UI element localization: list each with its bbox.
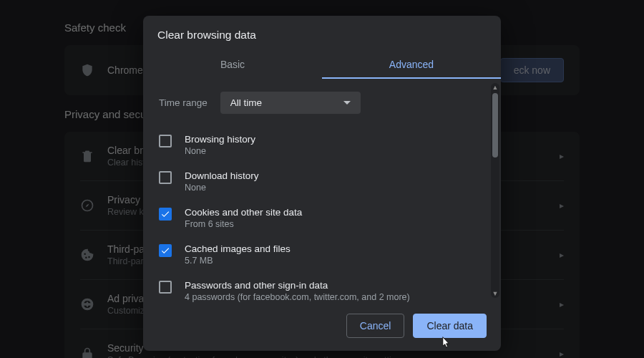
option-title: Cookies and other site data — [185, 207, 302, 218]
checkbox[interactable] — [159, 171, 172, 184]
scroll-up-arrow-icon[interactable]: ▲ — [491, 83, 499, 92]
option-subtitle: None — [185, 146, 255, 156]
caret-down-icon — [343, 101, 351, 105]
option-title: Download history — [185, 170, 259, 181]
option-row[interactable]: Cookies and other site dataFrom 6 sites — [157, 200, 487, 236]
checkbox[interactable] — [159, 208, 172, 221]
option-subtitle: 4 passwords (for facebook.com, twitter.c… — [185, 292, 410, 302]
option-row[interactable]: Cached images and files5.7 MB — [157, 236, 487, 273]
dialog-title: Clear browsing data — [143, 16, 501, 52]
cancel-button[interactable]: Cancel — [346, 314, 405, 338]
option-subtitle: 5.7 MB — [185, 256, 291, 266]
checkbox[interactable] — [159, 244, 172, 257]
option-row[interactable]: Browsing historyNone — [157, 127, 487, 163]
time-range-select[interactable]: All time — [220, 92, 361, 114]
dialog-scroll-area[interactable]: Time range All time Browsing historyNone… — [143, 79, 501, 302]
option-subtitle: None — [185, 183, 259, 193]
clear-browsing-data-dialog: Clear browsing data Basic Advanced Time … — [143, 16, 501, 351]
scrollbar-thumb[interactable] — [492, 93, 498, 158]
option-title: Cached images and files — [185, 243, 291, 254]
tab-basic[interactable]: Basic — [143, 52, 322, 79]
time-range-label: Time range — [159, 97, 208, 108]
dialog-tabs: Basic Advanced — [143, 52, 501, 79]
checkbox[interactable] — [159, 135, 172, 147]
time-range-value: All time — [230, 97, 262, 108]
option-row[interactable]: Download historyNone — [157, 163, 487, 200]
option-subtitle: From 6 sites — [185, 219, 302, 229]
scrollbar[interactable]: ▲ ▼ — [491, 83, 499, 298]
scroll-down-arrow-icon[interactable]: ▼ — [491, 289, 499, 298]
option-row[interactable]: Passwords and other sign-in data4 passwo… — [157, 273, 487, 302]
option-title: Browsing history — [185, 134, 255, 145]
checkbox[interactable] — [159, 281, 172, 294]
tab-advanced[interactable]: Advanced — [322, 52, 501, 79]
option-title: Passwords and other sign-in data — [185, 280, 410, 291]
clear-data-button[interactable]: Clear data — [413, 314, 487, 338]
